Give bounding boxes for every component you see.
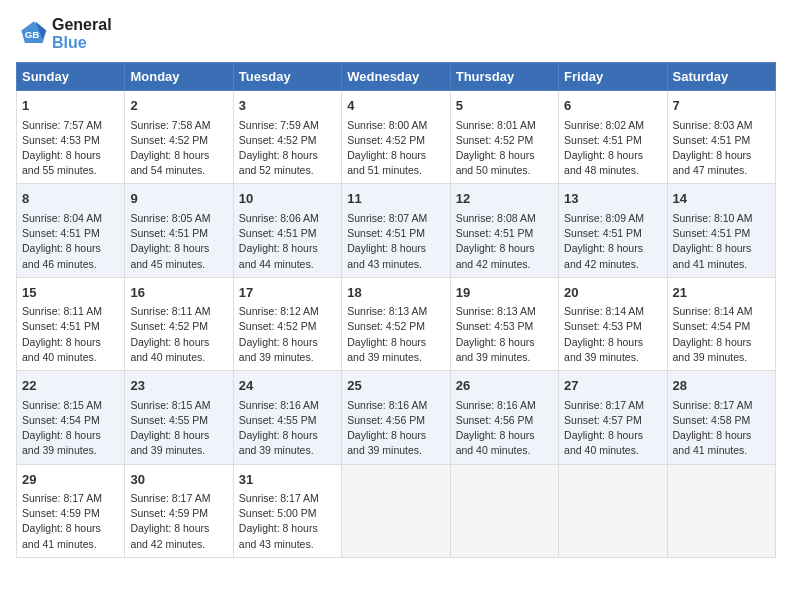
calendar-cell: 17Sunrise: 8:12 AM Sunset: 4:52 PM Dayli… — [233, 277, 341, 370]
day-number: 31 — [239, 470, 336, 490]
calendar-cell: 26Sunrise: 8:16 AM Sunset: 4:56 PM Dayli… — [450, 371, 558, 464]
day-number: 11 — [347, 189, 444, 209]
calendar-cell: 23Sunrise: 8:15 AM Sunset: 4:55 PM Dayli… — [125, 371, 233, 464]
day-info: Sunrise: 8:07 AM Sunset: 4:51 PM Dayligh… — [347, 211, 444, 272]
day-number: 7 — [673, 96, 770, 116]
calendar-cell: 31Sunrise: 8:17 AM Sunset: 5:00 PM Dayli… — [233, 464, 341, 557]
day-info: Sunrise: 7:59 AM Sunset: 4:52 PM Dayligh… — [239, 118, 336, 179]
calendar-cell: 4Sunrise: 8:00 AM Sunset: 4:52 PM Daylig… — [342, 91, 450, 184]
day-number: 27 — [564, 376, 661, 396]
day-info: Sunrise: 8:15 AM Sunset: 4:55 PM Dayligh… — [130, 398, 227, 459]
calendar-cell: 13Sunrise: 8:09 AM Sunset: 4:51 PM Dayli… — [559, 184, 667, 277]
day-number: 12 — [456, 189, 553, 209]
day-info: Sunrise: 8:17 AM Sunset: 4:57 PM Dayligh… — [564, 398, 661, 459]
calendar-cell — [450, 464, 558, 557]
day-info: Sunrise: 8:13 AM Sunset: 4:53 PM Dayligh… — [456, 304, 553, 365]
calendar-cell: 10Sunrise: 8:06 AM Sunset: 4:51 PM Dayli… — [233, 184, 341, 277]
day-number: 15 — [22, 283, 119, 303]
day-info: Sunrise: 8:17 AM Sunset: 4:58 PM Dayligh… — [673, 398, 770, 459]
day-number: 16 — [130, 283, 227, 303]
day-info: Sunrise: 7:57 AM Sunset: 4:53 PM Dayligh… — [22, 118, 119, 179]
day-number: 14 — [673, 189, 770, 209]
calendar-cell: 24Sunrise: 8:16 AM Sunset: 4:55 PM Dayli… — [233, 371, 341, 464]
day-number: 30 — [130, 470, 227, 490]
day-info: Sunrise: 8:01 AM Sunset: 4:52 PM Dayligh… — [456, 118, 553, 179]
calendar-cell: 12Sunrise: 8:08 AM Sunset: 4:51 PM Dayli… — [450, 184, 558, 277]
day-number: 13 — [564, 189, 661, 209]
day-info: Sunrise: 8:06 AM Sunset: 4:51 PM Dayligh… — [239, 211, 336, 272]
day-number: 29 — [22, 470, 119, 490]
weekday-header-saturday: Saturday — [667, 63, 775, 91]
day-number: 3 — [239, 96, 336, 116]
calendar-cell: 9Sunrise: 8:05 AM Sunset: 4:51 PM Daylig… — [125, 184, 233, 277]
calendar-cell: 11Sunrise: 8:07 AM Sunset: 4:51 PM Dayli… — [342, 184, 450, 277]
day-info: Sunrise: 8:11 AM Sunset: 4:51 PM Dayligh… — [22, 304, 119, 365]
day-info: Sunrise: 8:02 AM Sunset: 4:51 PM Dayligh… — [564, 118, 661, 179]
calendar-cell — [667, 464, 775, 557]
day-number: 28 — [673, 376, 770, 396]
day-info: Sunrise: 8:17 AM Sunset: 4:59 PM Dayligh… — [130, 491, 227, 552]
day-number: 1 — [22, 96, 119, 116]
calendar-cell: 1Sunrise: 7:57 AM Sunset: 4:53 PM Daylig… — [17, 91, 125, 184]
weekday-header-friday: Friday — [559, 63, 667, 91]
day-info: Sunrise: 8:12 AM Sunset: 4:52 PM Dayligh… — [239, 304, 336, 365]
logo-text: General Blue — [52, 16, 112, 52]
day-number: 9 — [130, 189, 227, 209]
day-info: Sunrise: 8:08 AM Sunset: 4:51 PM Dayligh… — [456, 211, 553, 272]
calendar-cell: 16Sunrise: 8:11 AM Sunset: 4:52 PM Dayli… — [125, 277, 233, 370]
day-info: Sunrise: 8:05 AM Sunset: 4:51 PM Dayligh… — [130, 211, 227, 272]
day-number: 5 — [456, 96, 553, 116]
calendar-cell: 28Sunrise: 8:17 AM Sunset: 4:58 PM Dayli… — [667, 371, 775, 464]
day-info: Sunrise: 8:17 AM Sunset: 5:00 PM Dayligh… — [239, 491, 336, 552]
day-number: 23 — [130, 376, 227, 396]
page-header: GB General Blue — [16, 16, 776, 52]
day-number: 18 — [347, 283, 444, 303]
day-info: Sunrise: 8:14 AM Sunset: 4:54 PM Dayligh… — [673, 304, 770, 365]
day-info: Sunrise: 8:16 AM Sunset: 4:56 PM Dayligh… — [347, 398, 444, 459]
weekday-header-tuesday: Tuesday — [233, 63, 341, 91]
calendar-cell: 29Sunrise: 8:17 AM Sunset: 4:59 PM Dayli… — [17, 464, 125, 557]
day-number: 2 — [130, 96, 227, 116]
day-number: 22 — [22, 376, 119, 396]
day-number: 20 — [564, 283, 661, 303]
calendar-cell: 25Sunrise: 8:16 AM Sunset: 4:56 PM Dayli… — [342, 371, 450, 464]
day-number: 24 — [239, 376, 336, 396]
svg-text:GB: GB — [25, 29, 40, 40]
day-info: Sunrise: 8:15 AM Sunset: 4:54 PM Dayligh… — [22, 398, 119, 459]
day-number: 8 — [22, 189, 119, 209]
calendar-cell: 21Sunrise: 8:14 AM Sunset: 4:54 PM Dayli… — [667, 277, 775, 370]
calendar-cell: 8Sunrise: 8:04 AM Sunset: 4:51 PM Daylig… — [17, 184, 125, 277]
day-number: 4 — [347, 96, 444, 116]
calendar-cell: 18Sunrise: 8:13 AM Sunset: 4:52 PM Dayli… — [342, 277, 450, 370]
calendar-cell: 2Sunrise: 7:58 AM Sunset: 4:52 PM Daylig… — [125, 91, 233, 184]
calendar-cell — [342, 464, 450, 557]
calendar-cell: 15Sunrise: 8:11 AM Sunset: 4:51 PM Dayli… — [17, 277, 125, 370]
day-info: Sunrise: 8:04 AM Sunset: 4:51 PM Dayligh… — [22, 211, 119, 272]
calendar-cell: 19Sunrise: 8:13 AM Sunset: 4:53 PM Dayli… — [450, 277, 558, 370]
logo-icon: GB — [16, 18, 48, 50]
weekday-header-monday: Monday — [125, 63, 233, 91]
day-info: Sunrise: 8:16 AM Sunset: 4:56 PM Dayligh… — [456, 398, 553, 459]
day-number: 17 — [239, 283, 336, 303]
day-info: Sunrise: 8:00 AM Sunset: 4:52 PM Dayligh… — [347, 118, 444, 179]
calendar-cell: 27Sunrise: 8:17 AM Sunset: 4:57 PM Dayli… — [559, 371, 667, 464]
calendar-table: SundayMondayTuesdayWednesdayThursdayFrid… — [16, 62, 776, 558]
day-info: Sunrise: 8:03 AM Sunset: 4:51 PM Dayligh… — [673, 118, 770, 179]
day-info: Sunrise: 8:13 AM Sunset: 4:52 PM Dayligh… — [347, 304, 444, 365]
calendar-cell: 5Sunrise: 8:01 AM Sunset: 4:52 PM Daylig… — [450, 91, 558, 184]
day-info: Sunrise: 8:11 AM Sunset: 4:52 PM Dayligh… — [130, 304, 227, 365]
day-number: 25 — [347, 376, 444, 396]
day-info: Sunrise: 8:10 AM Sunset: 4:51 PM Dayligh… — [673, 211, 770, 272]
day-number: 19 — [456, 283, 553, 303]
weekday-header-thursday: Thursday — [450, 63, 558, 91]
day-number: 6 — [564, 96, 661, 116]
calendar-cell — [559, 464, 667, 557]
day-info: Sunrise: 7:58 AM Sunset: 4:52 PM Dayligh… — [130, 118, 227, 179]
calendar-cell: 14Sunrise: 8:10 AM Sunset: 4:51 PM Dayli… — [667, 184, 775, 277]
day-number: 10 — [239, 189, 336, 209]
calendar-cell: 30Sunrise: 8:17 AM Sunset: 4:59 PM Dayli… — [125, 464, 233, 557]
day-number: 21 — [673, 283, 770, 303]
weekday-header-wednesday: Wednesday — [342, 63, 450, 91]
day-info: Sunrise: 8:09 AM Sunset: 4:51 PM Dayligh… — [564, 211, 661, 272]
calendar-cell: 20Sunrise: 8:14 AM Sunset: 4:53 PM Dayli… — [559, 277, 667, 370]
